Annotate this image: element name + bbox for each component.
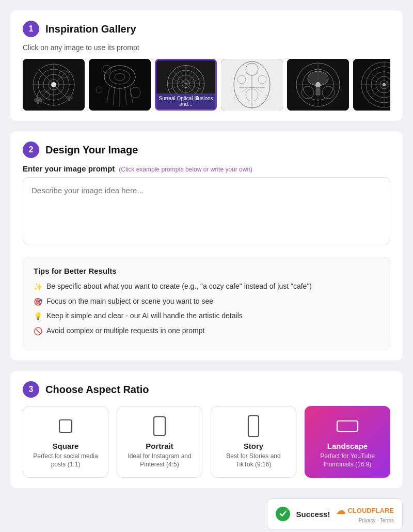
ratio-card-landscape[interactable]: Landscape Perfect for YouTube thumbnails… — [305, 406, 390, 477]
svg-rect-15 — [68, 98, 70, 101]
portrait-name: Portrait — [123, 442, 196, 450]
ratio-card-story[interactable]: Story Best for Stories and TikTok (9:16) — [211, 406, 296, 477]
prompt-label-row: Enter your image prompt (Click example p… — [23, 164, 390, 173]
gallery-subtitle: Click on any image to use its prompt — [23, 43, 390, 52]
svg-rect-13 — [37, 100, 39, 104]
tip-emoji-2: 🎯 — [34, 297, 42, 307]
gallery-thumb-6[interactable] — [353, 59, 390, 111]
square-icon — [29, 415, 102, 437]
tips-box: Tips for Better Results ✨ Be specific ab… — [23, 257, 390, 350]
gallery-thumb-3-overlay: Surreal Optical Illusions and... — [156, 93, 215, 109]
gallery-thumb-3[interactable]: Surreal Optical Illusions and... — [155, 59, 217, 111]
landscape-name: Landscape — [311, 442, 384, 450]
landscape-icon — [311, 415, 384, 437]
cloudflare-logo-area: ☁ CLOUDFLARE Privacy · Terms — [336, 505, 394, 523]
svg-rect-73 — [154, 417, 165, 435]
success-check-icon — [276, 507, 290, 521]
story-icon — [217, 415, 290, 437]
section1-header: 1 Inspiration Gallery — [23, 21, 390, 37]
prompt-label: Enter your image prompt — [23, 164, 115, 173]
prompt-hint: (Click example prompts below or write yo… — [119, 166, 252, 173]
portrait-desc: Ideal for Instagram and Pinterest (4:5) — [123, 452, 196, 468]
tips-title: Tips for Better Results — [34, 267, 379, 275]
tip-emoji-1: ✨ — [34, 282, 42, 292]
bottom-section: Success! ☁ CLOUDFLARE Privacy · Terms ✦ … — [10, 498, 403, 532]
story-name: Story — [217, 442, 290, 450]
design-image-section: 2 Design Your Image Enter your image pro… — [10, 131, 403, 361]
section3-header: 3 Choose Aspect Ratio — [23, 381, 390, 398]
gallery-grid: Surreal Optical Illusions and... — [23, 59, 390, 111]
landscape-desc: Perfect for YouTube thumbnails (16:9) — [311, 452, 384, 468]
portrait-icon — [123, 415, 196, 437]
inspiration-gallery-section: 1 Inspiration Gallery Click on any image… — [10, 10, 403, 121]
tip-item-4: 🚫 Avoid complex or multiple requests in … — [34, 326, 379, 337]
tip-text-3: Keep it simple and clear - our AI will h… — [46, 311, 243, 321]
tip-text-1: Be specific about what you want to creat… — [46, 281, 312, 292]
step2-badge: 2 — [23, 142, 39, 158]
step1-badge: 1 — [23, 21, 39, 37]
ratio-grid: Square Perfect for social media posts (1… — [23, 406, 390, 477]
gallery-thumb-4[interactable] — [221, 59, 283, 111]
svg-rect-74 — [248, 416, 259, 436]
tip-item-2: 🎯 Focus on the main subject or scene you… — [34, 296, 379, 307]
ratio-card-square[interactable]: Square Perfect for social media posts (1… — [23, 406, 108, 477]
tip-emoji-4: 🚫 — [34, 326, 42, 337]
svg-point-11 — [51, 82, 56, 87]
cloudflare-box: Success! ☁ CLOUDFLARE Privacy · Terms — [267, 498, 403, 530]
step3-title: Choose Aspect Ratio — [45, 384, 149, 396]
tip-item-3: 💡 Keep it simple and clear - our AI will… — [34, 311, 379, 322]
gallery-thumb-2[interactable] — [89, 59, 151, 111]
tip-text-4: Avoid complex or multiple requests in on… — [46, 326, 204, 336]
square-name: Square — [29, 442, 102, 450]
tip-item-1: ✨ Be specific about what you want to cre… — [34, 281, 379, 292]
cloudflare-logo: ☁ CLOUDFLARE — [336, 505, 394, 517]
square-desc: Perfect for social media posts (1:1) — [29, 452, 102, 468]
step3-badge: 3 — [23, 381, 39, 398]
gallery-thumb-1[interactable] — [23, 59, 85, 111]
success-text: Success! — [296, 510, 330, 519]
cloudflare-links: Privacy · Terms — [336, 518, 394, 523]
svg-rect-75 — [337, 421, 358, 431]
tip-emoji-3: 💡 — [34, 311, 42, 322]
section2-header: 2 Design Your Image — [23, 142, 390, 158]
story-desc: Best for Stories and TikTok (9:16) — [217, 452, 290, 468]
ratio-card-portrait[interactable]: Portrait Ideal for Instagram and Pintere… — [117, 406, 202, 477]
step2-title: Design Your Image — [45, 144, 138, 156]
cloudflare-name: CLOUDFLARE — [347, 507, 394, 514]
step1-title: Inspiration Gallery — [45, 23, 136, 35]
cf-terms-link[interactable]: Terms — [380, 518, 394, 523]
svg-rect-72 — [59, 420, 72, 432]
cf-privacy-link[interactable]: Privacy — [359, 518, 376, 523]
gallery-thumb-5[interactable] — [287, 59, 349, 111]
cloudflare-cloud-icon: ☁ — [336, 505, 345, 517]
aspect-ratio-section: 3 Choose Aspect Ratio Square Perfect for… — [10, 371, 403, 488]
cf-success-row: Success! ☁ CLOUDFLARE Privacy · Terms — [10, 498, 403, 530]
prompt-textarea[interactable] — [23, 177, 390, 244]
tip-text-2: Focus on the main subject or scene you w… — [46, 296, 213, 307]
